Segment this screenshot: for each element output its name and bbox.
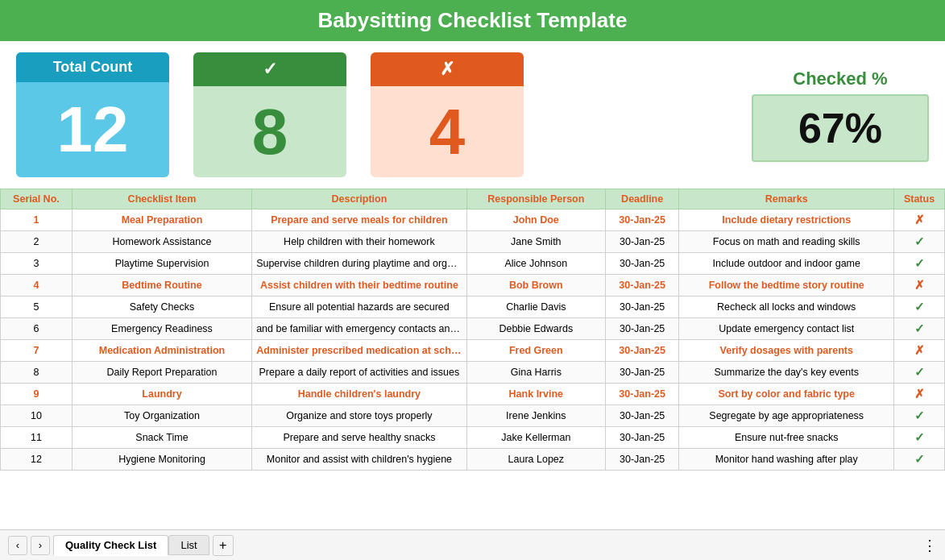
tab-quality-check-list[interactable]: Quality Check List xyxy=(53,535,168,556)
cell-1: Playtime Supervision xyxy=(72,253,251,275)
cell-4: 30-Jan-25 xyxy=(605,297,679,318)
cell-3: Jake Kellerman xyxy=(466,427,605,449)
cell-status: ✗ xyxy=(894,275,945,297)
cell-1: Daily Report Preparation xyxy=(72,362,251,384)
footer-dots[interactable]: ⋮ xyxy=(922,537,937,554)
cell-status: ✓ xyxy=(894,318,945,340)
cell-3: Bob Brown xyxy=(466,275,605,297)
col-status: Status xyxy=(894,189,945,209)
page-title: Babysitting Checklist Template xyxy=(0,0,945,41)
cell-4: 30-Jan-25 xyxy=(605,318,679,340)
cell-0: 12 xyxy=(1,449,73,471)
checked-percent-box: 67% xyxy=(752,94,929,162)
col-description: Description xyxy=(252,189,467,209)
cell-3: Hank Irvine xyxy=(466,384,605,405)
cell-2: Handle children's laundry xyxy=(252,384,467,405)
cell-2: Prepare a daily report of activities and… xyxy=(252,362,467,384)
checked-count-value: 8 xyxy=(193,86,346,177)
cell-4: 30-Jan-25 xyxy=(605,427,679,449)
cell-status: ✓ xyxy=(894,231,945,253)
col-item: Checklist Item xyxy=(72,189,251,209)
table-row: 1Meal PreparationPrepare and serve meals… xyxy=(1,209,945,231)
cell-1: Bedtime Routine xyxy=(72,275,251,297)
col-person: Responsible Person xyxy=(466,189,605,209)
table-row: 10Toy OrganizationOrganize and store toy… xyxy=(1,405,945,427)
cell-1: Laundry xyxy=(72,384,251,405)
status-check-icon: ✓ xyxy=(914,300,925,313)
cell-4: 30-Jan-25 xyxy=(605,209,679,231)
cell-5: Include outdoor and indoor game xyxy=(679,253,894,275)
table-row: 8Daily Report PreparationPrepare a daily… xyxy=(1,362,945,384)
cell-3: Debbie Edwards xyxy=(466,318,605,340)
cell-2: Ensure all potential hazards are secured xyxy=(252,297,467,318)
cell-3: Fred Green xyxy=(466,340,605,362)
table-row: 11Snack TimePrepare and serve healthy sn… xyxy=(1,427,945,449)
cell-1: Safety Checks xyxy=(72,297,251,318)
status-check-icon: ✓ xyxy=(914,256,925,270)
checked-percent-card: Checked % 67% xyxy=(752,68,929,162)
cell-5: Follow the bedtime story routine xyxy=(679,275,894,297)
cell-5: Include dietary restrictions xyxy=(679,209,894,231)
cell-0: 11 xyxy=(1,427,73,449)
cell-3: Irene Jenkins xyxy=(466,405,605,427)
cell-5: Ensure nut-free snacks xyxy=(679,427,894,449)
cell-5: Segregate by age appropriateness xyxy=(679,405,894,427)
cell-2: Prepare and serve meals for children xyxy=(252,209,467,231)
status-check-icon: ✓ xyxy=(914,430,925,444)
cell-status: ✓ xyxy=(894,449,945,471)
cell-status: ✗ xyxy=(894,384,945,405)
cell-5: Verify dosages with parents xyxy=(679,340,894,362)
cell-5: Summarize the day's key events xyxy=(679,362,894,384)
status-check-icon: ✓ xyxy=(914,234,925,248)
summary-row: Total Count 12 ✓ 8 ✗ 4 Checked % 67% xyxy=(0,41,945,189)
status-check-icon: ✓ xyxy=(914,452,925,466)
x-count-card: ✗ 4 xyxy=(371,52,524,177)
cell-0: 10 xyxy=(1,405,73,427)
cell-status: ✗ xyxy=(894,209,945,231)
status-x-icon: ✗ xyxy=(914,278,925,292)
table-row: 5Safety ChecksEnsure all potential hazar… xyxy=(1,297,945,318)
cell-4: 30-Jan-25 xyxy=(605,340,679,362)
cell-4: 30-Jan-25 xyxy=(605,275,679,297)
table-row: 4Bedtime RoutineAssist children with the… xyxy=(1,275,945,297)
cell-1: Snack Time xyxy=(72,427,251,449)
cell-1: Toy Organization xyxy=(72,405,251,427)
cell-0: 8 xyxy=(1,362,73,384)
cell-5: Focus on math and reading skills xyxy=(679,231,894,253)
cell-status: ✓ xyxy=(894,362,945,384)
cell-2: Administer prescribed medication at sche… xyxy=(252,340,467,362)
cell-0: 2 xyxy=(1,231,73,253)
col-remarks: Remarks xyxy=(679,189,894,209)
cell-status: ✓ xyxy=(894,297,945,318)
cell-1: Homework Assistance xyxy=(72,231,251,253)
table-body: 1Meal PreparationPrepare and serve meals… xyxy=(1,209,945,471)
x-icon-header: ✗ xyxy=(371,52,524,86)
cell-2: Organize and store toys properly xyxy=(252,405,467,427)
cell-4: 30-Jan-25 xyxy=(605,362,679,384)
table-row: 12Hygiene MonitoringMonitor and assist w… xyxy=(1,449,945,471)
nav-next-button[interactable]: › xyxy=(31,536,50,555)
cell-2: Monitor and assist with children's hygie… xyxy=(252,449,467,471)
cell-0: 4 xyxy=(1,275,73,297)
cell-4: 30-Jan-25 xyxy=(605,231,679,253)
cell-2: Help children with their homework xyxy=(252,231,467,253)
cell-status: ✗ xyxy=(894,340,945,362)
total-count-label: Total Count xyxy=(16,52,169,82)
cell-0: 5 xyxy=(1,297,73,318)
add-tab-button[interactable]: + xyxy=(213,535,234,556)
nav-prev-button[interactable]: ‹ xyxy=(8,536,27,555)
cell-3: Gina Harris xyxy=(466,362,605,384)
table-header: Serial No. Checklist Item Description Re… xyxy=(1,189,945,209)
cell-4: 30-Jan-25 xyxy=(605,449,679,471)
cell-status: ✓ xyxy=(894,253,945,275)
cell-1: Medication Administration xyxy=(72,340,251,362)
cell-status: ✓ xyxy=(894,427,945,449)
cell-0: 7 xyxy=(1,340,73,362)
status-check-icon: ✓ xyxy=(914,409,925,422)
cell-2: and be familiar with emergency contacts … xyxy=(252,318,467,340)
col-serial: Serial No. xyxy=(1,189,73,209)
cell-4: 30-Jan-25 xyxy=(605,384,679,405)
tab-list[interactable]: List xyxy=(168,535,209,555)
status-x-icon: ✗ xyxy=(914,213,925,226)
footer-bar: ‹ › Quality Check ListList + ⋮ xyxy=(0,529,945,560)
